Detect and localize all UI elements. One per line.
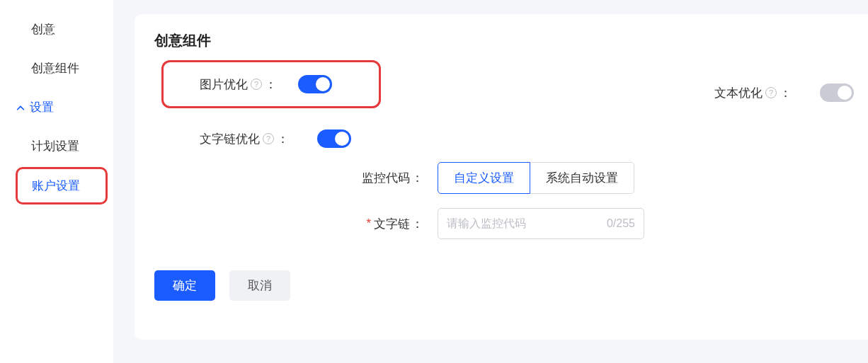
section-title: 创意组件 [154,31,854,50]
chevron-up-icon [16,103,25,113]
sidebar-item-settings[interactable]: 设置 [0,88,113,127]
sidebar-item-creative-component[interactable]: 创意组件 [0,49,113,88]
row-monitor-code: 监控代码 ： 自定义设置 系统自动设置 [154,162,854,194]
help-icon[interactable]: ? [251,79,262,90]
sidebar-item-label: 计划设置 [31,139,79,153]
sidebar-item-plan-settings[interactable]: 计划设置 [0,127,113,166]
text-link-input[interactable] [447,217,607,230]
help-icon[interactable]: ? [765,87,777,98]
seg-custom[interactable]: 自定义设置 [438,162,530,194]
sidebar-item-account-settings[interactable]: 账户设置 [16,167,108,204]
text-link-label: * 文字链 ： [154,216,430,232]
image-opt-label: 图片优化 ? ： [164,76,284,93]
sidebar-item-label: 创意组件 [31,62,79,75]
toggle-knob [335,132,349,146]
sidebar: 创意 创意组件 设置 计划设置 账户设置 [0,0,113,363]
text-link-counter: 0/255 [607,217,635,230]
sidebar-item-label: 账户设置 [32,179,80,192]
text-opt-label: 文本优化 ? ： [699,85,799,101]
toggle-knob [838,86,852,100]
sidebar-item-label: 设置 [30,99,54,115]
row-text-link: * 文字链 ： 0/255 [154,208,854,239]
image-opt-toggle[interactable] [298,75,332,93]
sidebar-item-creative[interactable]: 创意 [0,10,113,49]
monitor-code-label: 监控代码 ： [154,170,430,186]
text-opt-toggle[interactable] [820,83,854,102]
toggle-knob [316,77,330,91]
row-link-opt: 文字链优化 ? ： [169,129,854,148]
monitor-code-segment: 自定义设置 系统自动设置 [438,162,634,194]
image-opt-highlight: 图片优化 ? ： [161,60,381,108]
seg-auto[interactable]: 系统自动设置 [530,162,634,194]
text-link-input-wrap[interactable]: 0/255 [438,208,644,239]
sidebar-item-label: 创意 [31,23,55,36]
form-actions: 确定 取消 [154,270,854,301]
required-mark: * [366,217,371,231]
main-content: 创意组件 图片优化 ? ： 文本优化 ? [113,0,868,363]
help-icon[interactable]: ? [263,133,274,144]
link-opt-label: 文字链优化 ? ： [169,131,296,147]
ok-button[interactable]: 确定 [154,270,215,301]
row-image-text-opt: 图片优化 ? ： 文本优化 ? ： [154,60,854,125]
link-opt-toggle[interactable] [317,129,351,148]
cancel-button[interactable]: 取消 [229,270,290,301]
settings-card: 创意组件 图片优化 ? ： 文本优化 ? [135,14,868,340]
